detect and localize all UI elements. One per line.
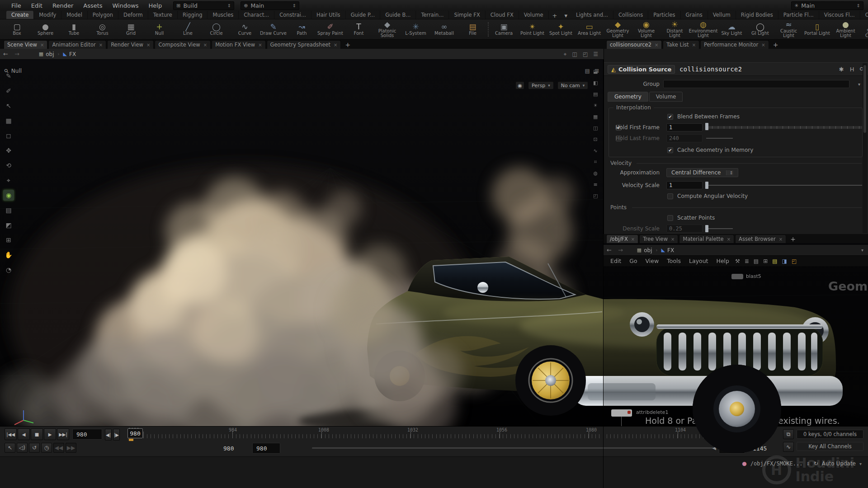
menu-item[interactable]: File — [6, 0, 26, 11]
pane-tab[interactable]: /obj/FX× — [606, 235, 638, 243]
network-menu-item[interactable]: Tools — [663, 258, 685, 264]
shelf-tool[interactable]: ● Ambient Light — [831, 20, 860, 39]
display-opt-icon[interactable]: ⌗ — [594, 159, 597, 165]
step-forward-button[interactable]: |▶ — [113, 429, 120, 441]
list-icon[interactable]: ▤ — [754, 258, 759, 264]
playback-range-slider[interactable]: ◀ — [312, 447, 713, 449]
hold-first-slider[interactable] — [706, 126, 862, 129]
lock-icon[interactable]: ◉ — [515, 81, 524, 89]
shelf-tab[interactable]: Lights and... — [571, 11, 613, 19]
pane-tab[interactable]: Animation Editor× — [48, 40, 106, 49]
auto-update-selector[interactable]: Auto Update — [822, 460, 856, 467]
angular-velocity-checkbox[interactable] — [667, 193, 673, 199]
close-icon[interactable]: × — [631, 237, 635, 242]
network-menu-item[interactable]: Edit — [606, 258, 625, 264]
shelf-tab[interactable]: Create — [6, 11, 34, 19]
shelf-tab[interactable]: Polygon — [88, 11, 118, 19]
menu-item[interactable]: Windows — [108, 0, 144, 11]
global-start-field[interactable]: 980 — [219, 443, 245, 454]
display-list-icon[interactable]: ▤ — [585, 68, 590, 74]
shelf-tab[interactable]: Guide B... — [380, 11, 416, 19]
pane-tab[interactable]: Take List× — [663, 40, 699, 49]
range-end-field[interactable]: 1145 — [719, 443, 745, 454]
display-opt-icon[interactable]: ∿ — [594, 148, 598, 154]
shelf-tab-menu-button[interactable]: ▾ — [561, 12, 571, 19]
shelf-tool[interactable]: ✦ Spot Light — [547, 22, 575, 37]
close-icon[interactable]: × — [671, 237, 675, 242]
menu-item[interactable]: Edit — [26, 0, 47, 11]
add-pane-tab-button[interactable]: + — [770, 41, 782, 49]
display-opt-icon[interactable]: ◧ — [593, 80, 598, 86]
snap-tool-icon[interactable]: ⌖ — [3, 175, 14, 186]
close-icon[interactable]: × — [727, 237, 731, 242]
range-start-field[interactable]: 980 — [252, 443, 280, 454]
camera-selector[interactable]: No cam▾ — [557, 81, 589, 89]
radial-menu-selector[interactable]: ⊕ Main⇕ — [241, 1, 299, 10]
velocity-scale-slider[interactable] — [706, 185, 862, 186]
shelf-tab[interactable]: Particles — [648, 11, 680, 19]
gear-icon[interactable]: ✱ — [839, 66, 844, 73]
density-scale-input[interactable]: 0.25 — [666, 225, 703, 233]
shelf-tab[interactable]: Guide P... — [346, 11, 381, 19]
desktop-selector-right[interactable]: ✳ Main⇕ — [791, 1, 863, 10]
display-opt-icon[interactable]: ◰ — [593, 193, 598, 199]
close-icon[interactable]: × — [655, 42, 658, 47]
node-flag-icon[interactable] — [627, 411, 631, 414]
shelf-tool[interactable]: ☁ Sky Light — [717, 22, 746, 37]
folder-tab[interactable]: Volume — [649, 92, 683, 102]
grid-tool-icon[interactable]: ⊞ — [3, 235, 14, 245]
display-opt-icon[interactable]: ⊡ — [594, 136, 598, 142]
shelf-tool[interactable]: ✳ L-System — [401, 22, 430, 37]
lasso-tool-icon[interactable]: ▦ — [3, 115, 14, 126]
help-icon[interactable]: H — [850, 66, 854, 73]
move-tool-icon[interactable]: ✥ — [3, 145, 14, 156]
close-icon[interactable]: × — [146, 42, 150, 47]
scatter-points-checkbox[interactable] — [667, 215, 673, 221]
pane-tab[interactable]: Scene View× — [4, 40, 47, 49]
close-icon[interactable]: × — [692, 42, 696, 47]
display-opt-icon[interactable]: ▦ — [593, 114, 598, 120]
network-menu-item[interactable]: Help — [712, 258, 734, 264]
transport-button[interactable]: ◀ — [18, 428, 30, 440]
pane-tab[interactable]: Motion FX View× — [212, 40, 265, 49]
shelf-tool[interactable]: ◆ Geometry Light — [604, 20, 632, 39]
shelf-tool[interactable]: ◆ Platonic Solids — [373, 20, 401, 39]
shelf-tool[interactable]: T Font — [344, 22, 373, 37]
timeline-ruler[interactable]: 984100810321056108011041128 980 — [128, 428, 743, 440]
hold-first-input[interactable]: 1 — [666, 123, 703, 131]
node-type-badge[interactable]: ◭ Collision Source — [608, 65, 675, 74]
shelf-tool[interactable]: ✐ Spray Paint — [316, 22, 344, 37]
display-opt-icon[interactable]: ⬓ — [593, 69, 598, 75]
shelf-tool[interactable]: ◫ Stereo Camera — [860, 20, 868, 39]
audio-icon[interactable]: ◁) — [17, 443, 28, 453]
shelf-tool[interactable]: ◍ Environment Light — [689, 20, 717, 39]
shelf-tool[interactable]: ╱ Line — [174, 22, 202, 37]
node-label[interactable]: blast5 — [746, 273, 761, 279]
keyframe-pointer-icon[interactable]: ↖ — [5, 443, 15, 453]
desktop-selector[interactable]: ⊞ Build⇕ — [173, 1, 234, 10]
path-dropdown-icon[interactable]: ▾ — [861, 248, 863, 253]
current-node-path[interactable]: /obj/FX/SMOKE... — [750, 460, 803, 467]
density-scale-slider[interactable] — [706, 228, 733, 229]
display-opt-icon[interactable]: ☀ — [593, 103, 598, 108]
shelf-add-tab-button[interactable]: + — [549, 12, 561, 19]
menu-item[interactable]: Help — [144, 0, 167, 11]
pane-tab[interactable]: Render View× — [107, 40, 154, 49]
channel-graph-icon[interactable]: ∿ — [783, 442, 794, 452]
ladder-icon[interactable]: ≣ — [745, 258, 749, 264]
current-frame-field[interactable]: 980 — [72, 429, 102, 440]
palette-icon[interactable]: ◰ — [792, 258, 797, 264]
shelf-tool[interactable]: ∞ Metaball — [430, 22, 458, 37]
pane-tab[interactable]: Performance Monitor× — [700, 40, 769, 49]
add-pane-tab-button[interactable]: + — [787, 235, 799, 243]
shelf-tool[interactable]: ▯ Portal Light — [803, 22, 831, 37]
realtime-icon[interactable]: ◷ — [41, 443, 52, 453]
step-back-button[interactable]: ◀| — [105, 429, 112, 441]
hold-last-slider[interactable] — [706, 138, 733, 139]
refresh-icon[interactable]: ↻ — [814, 460, 818, 467]
display-opt-icon[interactable]: ▤ — [593, 91, 598, 97]
menu-item[interactable]: Render — [47, 0, 78, 11]
network-menu-item[interactable]: View — [642, 258, 663, 264]
close-icon[interactable]: × — [761, 42, 765, 47]
nav-forward-icon[interactable]: → — [615, 247, 626, 253]
